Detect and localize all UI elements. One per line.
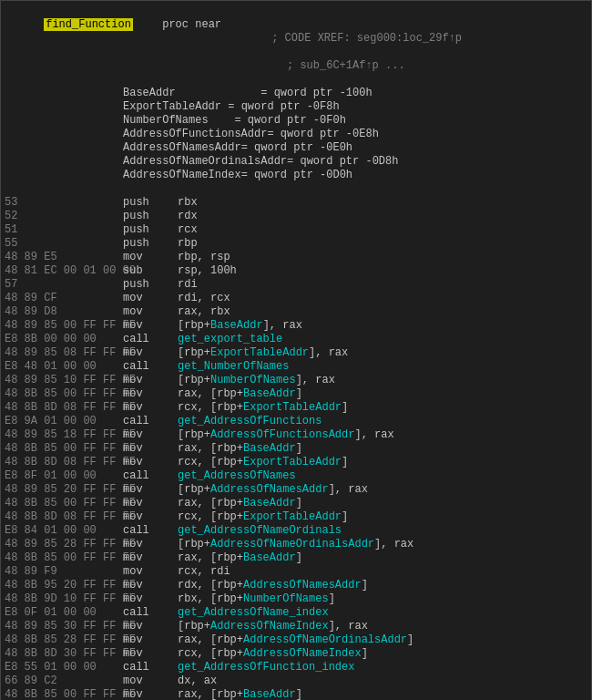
- instruction-operand: [rbp+AddressOfNameIndex], rax: [178, 620, 368, 633]
- instruction-addr: 51: [5, 223, 123, 237]
- instruction-mnemonic: mov: [123, 688, 178, 700]
- instruction-mnemonic: mov: [123, 401, 178, 415]
- instruction-operand: rax, [rbp+BaseAddr]: [178, 387, 302, 401]
- instruction-addr: 48 89 85 28 FF FF FF: [5, 538, 123, 551]
- instruction-mnemonic: call: [123, 333, 178, 346]
- instruction-operand: rbp: [178, 237, 198, 251]
- instruction-line: 48 89 85 30 FF FF FFmov[rbp+AddressOfNam…: [1, 620, 591, 633]
- instruction-addr: 48 89 85 10 FF FF FF: [5, 374, 123, 387]
- instruction-mnemonic: call: [123, 661, 178, 674]
- instruction-addr: 48 8B 8D 30 FF FF FF: [5, 647, 123, 661]
- func-name-label: find_Function: [5, 5, 123, 59]
- instruction-operand: rax, [rbp+AddressOfNameOrdinalsAddr]: [178, 633, 413, 647]
- instruction-addr: 48 8B 95 20 FF FF FF: [5, 579, 123, 592]
- instruction-addr: 48 8B 85 00 FF FF FF: [5, 688, 123, 700]
- comment2: ; sub_6C+1Af↑p ...: [287, 59, 405, 73]
- instruction-addr: 48 89 E5: [5, 251, 123, 264]
- instruction-operand: get_AddressOfFunction_index: [178, 661, 354, 674]
- blank2: [1, 182, 591, 196]
- instruction-line: 48 89 85 28 FF FF FFmov[rbp+AddressOfNam…: [1, 538, 591, 551]
- instruction-addr: 52: [5, 210, 123, 223]
- instruction-mnemonic: mov: [123, 292, 178, 305]
- instruction-operand: rax, [rbp+BaseAddr]: [178, 497, 302, 510]
- instruction-operand: get_AddressOfNames: [178, 469, 296, 483]
- instruction-operand: rcx: [178, 223, 198, 237]
- instruction-line: E8 48 01 00 00callget_NumberOfNames: [1, 360, 591, 374]
- instruction-addr: 48 8B 85 00 FF FF FF: [5, 551, 123, 565]
- instruction-operand: rcx, [rbp+AddressOfNameIndex]: [178, 647, 368, 661]
- instruction-line: E8 84 01 00 00callget_AddressOfNameOrdin…: [1, 524, 591, 538]
- instruction-line: 48 8B 85 00 FF FF FFmovrax, [rbp+BaseAdd…: [1, 387, 591, 401]
- instruction-addr: E8 8B 00 00 00: [5, 333, 123, 346]
- instruction-mnemonic: call: [123, 524, 178, 538]
- instruction-addr: E8 0F 01 00 00: [5, 606, 123, 620]
- instruction-addr: 48 81 EC 00 01 00 00: [5, 264, 123, 278]
- instruction-addr: 57: [5, 278, 123, 292]
- instruction-line: 48 89 85 10 FF FF FFmov[rbp+NumberOfName…: [1, 374, 591, 387]
- var-AddressOfNameIndex: AddressOfNameIndex= qword ptr -0D0h: [1, 169, 591, 182]
- highlight-func-name: find_Function: [44, 18, 133, 31]
- instruction-line: 48 89 E5movrbp, rsp: [1, 251, 591, 264]
- instruction-operand: rax, [rbp+BaseAddr]: [178, 688, 302, 700]
- instruction-line: 48 8B 8D 30 FF FF FFmovrcx, [rbp+Address…: [1, 647, 591, 661]
- instruction-mnemonic: mov: [123, 442, 178, 456]
- instruction-addr: 48 8B 85 00 FF FF FF: [5, 497, 123, 510]
- instruction-mnemonic: mov: [123, 592, 178, 606]
- instruction-addr: 48 89 85 20 FF FF FF: [5, 483, 123, 497]
- instruction-mnemonic: mov: [123, 633, 178, 647]
- instruction-operand: rcx, [rbp+ExportTableAddr]: [178, 401, 348, 415]
- instruction-mnemonic: mov: [123, 374, 178, 387]
- instruction-operand: rdi, rcx: [178, 292, 230, 305]
- instruction-mnemonic: mov: [123, 387, 178, 401]
- instruction-line: 48 8B 8D 08 FF FF FFmovrcx, [rbp+ExportT…: [1, 456, 591, 469]
- instruction-operand: dx, ax: [178, 674, 217, 688]
- instruction-addr: 48 89 85 30 FF FF FF: [5, 620, 123, 633]
- var-ExportTableAddr: ExportTableAddr = qword ptr -0F8h: [1, 100, 591, 114]
- instruction-operand: rbx: [178, 196, 198, 210]
- instruction-line: 55pushrbp: [1, 237, 591, 251]
- instruction-addr: 55: [5, 237, 123, 251]
- instruction-addr: 48 89 85 18 FF FF FF: [5, 428, 123, 442]
- instruction-operand: rcx, rdi: [178, 565, 230, 579]
- instruction-operand: get_export_table: [178, 333, 282, 346]
- instruction-line: 48 8B 85 28 FF FF FFmovrax, [rbp+Address…: [1, 633, 591, 647]
- instruction-operand: rcx, [rbp+ExportTableAddr]: [178, 456, 348, 469]
- instruction-line: E8 9A 01 00 00callget_AddressOfFunctions: [1, 415, 591, 428]
- instruction-addr: E8 84 01 00 00: [5, 524, 123, 538]
- var-AddressOfFunctionsAddr: AddressOfFunctionsAddr= qword ptr -0E8h: [1, 128, 591, 141]
- instruction-mnemonic: mov: [123, 551, 178, 565]
- instruction-line: 48 8B 85 00 FF FF FFmovrax, [rbp+BaseAdd…: [1, 497, 591, 510]
- instruction-line: 48 89 85 08 FF FF FFmov[rbp+ExportTableA…: [1, 346, 591, 360]
- instruction-operand: rbp, rsp: [178, 251, 230, 264]
- instruction-mnemonic: mov: [123, 428, 178, 442]
- instruction-mnemonic: mov: [123, 483, 178, 497]
- instruction-line: 52pushrdx: [1, 210, 591, 223]
- instruction-mnemonic: mov: [123, 346, 178, 360]
- instruction-mnemonic: mov: [123, 456, 178, 469]
- instruction-line: E8 8F 01 00 00callget_AddressOfNames: [1, 469, 591, 483]
- instruction-addr: 48 8B 8D 08 FF FF FF: [5, 401, 123, 415]
- instruction-mnemonic: mov: [123, 579, 178, 592]
- var-BaseAddr: BaseAddr = qword ptr -100h: [1, 87, 591, 100]
- instruction-line: 51pushrcx: [1, 223, 591, 237]
- instruction-addr: 48 8B 9D 10 FF FF FF: [5, 592, 123, 606]
- disassembly-view: find_Function proc near ; CODE XREF: seg…: [0, 0, 592, 700]
- instruction-addr: E8 8F 01 00 00: [5, 469, 123, 483]
- instruction-operand: rax, rbx: [178, 305, 230, 319]
- instruction-addr: 48 8B 85 00 FF FF FF: [5, 442, 123, 456]
- instruction-operand: [rbp+BaseAddr], rax: [178, 319, 302, 333]
- instruction-mnemonic: call: [123, 606, 178, 620]
- instructions-list: 53pushrbx52pushrdx51pushrcx55pushrbp48 8…: [1, 196, 591, 700]
- instruction-mnemonic: sub: [123, 264, 178, 278]
- instruction-line: 48 89 85 00 FF FF FFmov[rbp+BaseAddr], r…: [1, 319, 591, 333]
- instruction-operand: rsp, 100h: [178, 264, 237, 278]
- instruction-line: 48 8B 85 00 FF FF FFmovrax, [rbp+BaseAdd…: [1, 442, 591, 456]
- instruction-operand: rdx, [rbp+AddressOfNamesAddr]: [178, 579, 368, 592]
- instruction-line: 66 89 C2movdx, ax: [1, 674, 591, 688]
- instruction-mnemonic: push: [123, 196, 178, 210]
- instruction-line: E8 55 01 00 00callget_AddressOfFunction_…: [1, 661, 591, 674]
- instruction-addr: 48 89 CF: [5, 292, 123, 305]
- comment-line2: ; sub_6C+1Af↑p ...: [1, 59, 591, 73]
- instruction-operand: get_AddressOfNameOrdinals: [178, 524, 342, 538]
- instruction-operand: rbx, [rbp+NumberOfNames]: [178, 592, 335, 606]
